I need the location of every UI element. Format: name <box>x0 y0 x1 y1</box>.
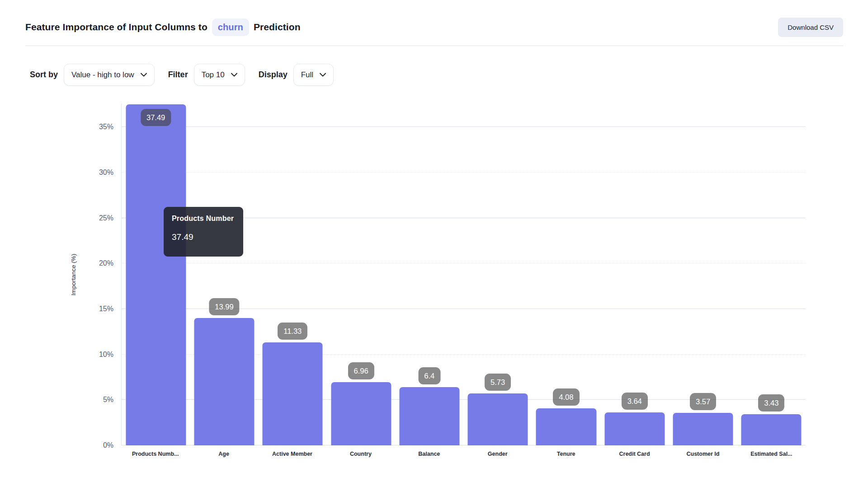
y-tick-label: 35% <box>84 123 113 131</box>
bar-slot: 6.4 <box>395 104 463 445</box>
y-tick-label: 30% <box>84 168 113 177</box>
title-prefix: Feature Importance of Input Columns to <box>25 22 208 33</box>
chevron-down-icon <box>141 73 147 77</box>
bar-estimated-sal-[interactable] <box>741 414 802 445</box>
sort-by-label: Sort by <box>30 70 58 80</box>
bar-slot: 5.73 <box>463 104 532 445</box>
bar-slot: 13.99 <box>190 104 258 445</box>
page-title: Feature Importance of Input Columns to c… <box>25 19 301 36</box>
bar-slot: 3.57 <box>669 104 737 445</box>
sort-by-value: Value - high to low <box>71 70 134 80</box>
target-column-pill: churn <box>212 19 249 36</box>
controls-bar: Sort by Value - high to low Filter Top 1… <box>30 64 334 86</box>
bar-value-badge: 11.33 <box>278 323 307 340</box>
bar-slot: 11.33 <box>259 104 327 445</box>
x-axis-label: Credit Card <box>600 451 669 457</box>
bar-credit-card[interactable] <box>604 412 665 445</box>
y-tick-label: 0% <box>84 441 113 449</box>
x-axis-label: Customer Id <box>669 451 737 457</box>
header-divider <box>25 45 843 46</box>
bar-value-badge: 3.43 <box>758 394 784 412</box>
display-dropdown[interactable]: Full <box>293 64 334 86</box>
x-axis-label: Tenure <box>532 451 600 457</box>
tooltip-title: Products Number <box>172 215 235 223</box>
chevron-down-icon <box>320 73 326 77</box>
filter-label: Filter <box>168 70 188 80</box>
download-csv-button[interactable]: Download CSV <box>778 18 843 37</box>
bar-slot: 6.96 <box>327 104 395 445</box>
bar-slot: 3.43 <box>737 104 806 445</box>
bar-value-badge: 3.57 <box>690 393 716 410</box>
y-tick-label: 10% <box>84 351 113 359</box>
page: Feature Importance of Input Columns to c… <box>0 0 868 477</box>
title-suffix: Prediction <box>254 22 301 33</box>
bar-products-numb-[interactable] <box>126 104 186 445</box>
bar-value-badge: 3.64 <box>622 393 648 410</box>
bar-value-badge: 4.08 <box>553 388 579 406</box>
header: Feature Importance of Input Columns to c… <box>25 16 843 38</box>
x-axis-label: Products Numb... <box>121 451 189 457</box>
y-tick-label: 15% <box>84 305 113 313</box>
x-axis-label: Active Member <box>258 451 326 457</box>
y-tick-label: 5% <box>84 396 113 404</box>
bar-slot: 3.64 <box>600 104 669 445</box>
bar-country[interactable] <box>331 382 391 445</box>
bar-value-badge: 6.4 <box>418 367 440 384</box>
filter-dropdown[interactable]: Top 10 <box>194 64 245 86</box>
display-value: Full <box>301 70 313 80</box>
bar-gender[interactable] <box>468 393 528 445</box>
chevron-down-icon <box>231 73 237 77</box>
bar-tenure[interactable] <box>536 408 596 445</box>
tooltip-value: 37.49 <box>172 232 235 242</box>
x-axis-labels: Products Numb...AgeActive MemberCountryB… <box>121 451 806 457</box>
x-axis-label: Age <box>189 451 258 457</box>
bar-value-badge: 5.73 <box>485 374 511 391</box>
bar-slot: 4.08 <box>532 104 600 445</box>
sort-by-dropdown[interactable]: Value - high to low <box>64 64 155 86</box>
y-tick-label: 20% <box>84 259 113 267</box>
plot-area: 0%5%10%15%20%25%30%35%37.4913.9911.336.9… <box>121 104 806 445</box>
x-axis-label: Country <box>326 451 395 457</box>
bar-value-badge: 37.49 <box>141 109 171 126</box>
bar-customer-id[interactable] <box>673 413 733 445</box>
x-axis-label: Gender <box>463 451 532 457</box>
filter-value: Top 10 <box>202 70 225 80</box>
bar-value-badge: 6.96 <box>348 362 374 379</box>
bar-age[interactable] <box>194 318 254 445</box>
bar-value-badge: 13.99 <box>209 298 239 315</box>
bar-active-member[interactable] <box>263 342 323 445</box>
chart-tooltip: Products Number 37.49 <box>164 207 243 257</box>
y-axis-title: Importance (%) <box>70 254 77 295</box>
bars-row: 37.4913.9911.336.966.45.734.083.643.573.… <box>122 104 806 445</box>
y-tick-label: 25% <box>84 214 113 222</box>
x-axis-label: Estimated Sal... <box>737 451 806 457</box>
bar-balance[interactable] <box>399 387 459 445</box>
bar-slot: 37.49 <box>122 104 190 445</box>
x-axis-label: Balance <box>395 451 463 457</box>
display-label: Display <box>259 70 288 80</box>
